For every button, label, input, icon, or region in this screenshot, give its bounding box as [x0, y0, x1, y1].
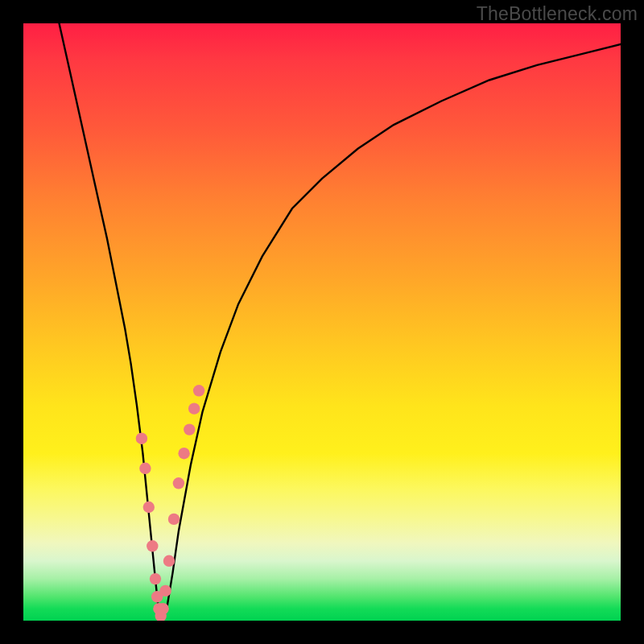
curve-layer — [23, 23, 621, 621]
chart-frame: TheBottleneck.com — [0, 0, 644, 644]
plot-area — [23, 23, 621, 621]
good-fit-marker — [178, 448, 189, 459]
good-fit-marker — [159, 585, 171, 597]
good-fit-marker — [168, 514, 180, 525]
good-fit-marker — [147, 540, 158, 551]
good-fit-marker — [163, 555, 175, 567]
good-fit-marker — [184, 423, 195, 435]
good-fit-marker — [150, 573, 161, 584]
bottleneck-curve — [60, 23, 621, 617]
good-fit-marker — [193, 385, 204, 396]
good-fit-marker — [173, 477, 184, 489]
good-fit-marker — [139, 463, 151, 474]
good-fit-marker — [157, 603, 168, 614]
good-fit-marker — [188, 402, 200, 414]
watermark-text: TheBottleneck.com — [477, 3, 638, 25]
good-fit-marker — [143, 502, 155, 513]
good-fit-marker — [136, 433, 147, 444]
